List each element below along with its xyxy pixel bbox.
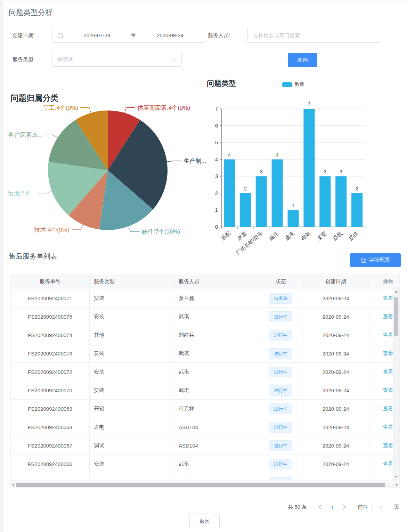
view-link[interactable]: 查看	[383, 332, 393, 338]
bar-2	[256, 176, 267, 227]
order-no-cell: FS2020092400071	[11, 289, 90, 308]
order-no-cell: FS2020092400072	[11, 363, 90, 381]
date-start-value[interactable]: 2020-07-28	[63, 32, 131, 38]
status-cell: 进行中	[258, 344, 303, 363]
status-cell: 待派单	[258, 289, 303, 308]
x-axis-label: 质量	[236, 230, 248, 241]
bar-value-label: 3	[324, 169, 326, 174]
pie-label-4: 物流:7个...	[8, 190, 35, 197]
y-axis-label: 7	[215, 106, 218, 112]
y-axis-label: 0	[215, 224, 218, 230]
y-axis-label: 1	[215, 207, 218, 213]
scroll-down-icon[interactable]	[395, 476, 398, 478]
search-button[interactable]: 查询	[288, 53, 317, 67]
bar-chart: 01234567423417332装配质量厂商名称/型号操作遗失框架变更接线接排	[202, 89, 407, 248]
column-header-4: 创建日期	[303, 274, 368, 289]
created-date-cell: 2020-09-24	[303, 455, 368, 473]
status-badge: 进行中	[269, 403, 292, 414]
pie-label-line-0	[124, 108, 135, 113]
view-link[interactable]: 查看	[383, 295, 393, 301]
scroll-right-icon[interactable]	[396, 483, 398, 486]
service-staff-cell: 武琪	[174, 381, 258, 400]
bar-value-label: 4	[228, 152, 231, 158]
pie-label-line-1	[166, 161, 181, 162]
service-type-cell: 安装	[90, 455, 174, 473]
header-gutter	[393, 274, 399, 288]
goto-page-input[interactable]	[372, 502, 390, 512]
service-staff-input[interactable]	[247, 28, 380, 43]
view-link[interactable]: 查看	[383, 461, 393, 467]
status-cell: 进行中	[258, 418, 303, 436]
created-date-cell: 2020-09-24	[303, 418, 368, 436]
prev-page-button[interactable]	[316, 505, 326, 509]
bar-legend[interactable]: 数量	[282, 81, 304, 88]
status-cell: 进行中	[258, 473, 303, 481]
x-axis-label: 装配	[220, 230, 232, 242]
table-row: FS2020092400068送电ASD104进行中2020-09-24查看	[11, 418, 400, 436]
field-config-button[interactable]: 字段配置	[350, 253, 401, 267]
table-row: FS2020092400072安装武琪进行中2020-09-24查看	[11, 363, 400, 381]
service-staff-cell: 武琪	[174, 473, 258, 481]
y-axis-label: 4	[215, 156, 218, 162]
pie-label-line-4	[38, 191, 52, 193]
order-no-cell: FS2020092400066	[11, 455, 90, 473]
service-type-cell: 调试	[90, 436, 174, 455]
status-cell: 进行中	[258, 308, 303, 326]
status-badge: 进行中	[269, 348, 292, 359]
date-end-value[interactable]: 2020-09-24	[136, 32, 204, 38]
page-number-1[interactable]: 1	[326, 504, 338, 510]
vertical-scroll-thumb[interactable]	[394, 297, 398, 336]
page-title: 问题类型分析	[9, 8, 52, 17]
pie-label-0: 供应商因素:4个(9%)	[137, 105, 190, 111]
view-link[interactable]: 查看	[383, 424, 393, 430]
pie-label-line-2	[129, 226, 140, 231]
order-no-cell: FS2020092400075	[11, 308, 90, 326]
service-type-select[interactable]: 请选择	[52, 52, 182, 67]
status-badge: 进行中	[269, 367, 292, 377]
bar-6	[319, 176, 331, 227]
legend-swatch	[282, 82, 292, 87]
service-type-cell: 安装	[90, 473, 174, 481]
status-cell: 进行中	[258, 436, 303, 455]
scroll-left-icon[interactable]	[12, 483, 14, 486]
table-row: FS2020092400065安装武琪进行中2020-09-24查看	[11, 473, 400, 481]
vertical-scrollbar[interactable]	[393, 288, 399, 480]
pie-label-line-3	[72, 224, 83, 230]
bar-value-label: 3	[340, 169, 342, 174]
pie-label-5: 客户因素:6...	[8, 132, 41, 138]
created-date-cell: 2020-09-24	[303, 326, 368, 344]
back-button[interactable]: 返回	[189, 514, 220, 529]
date-range-picker[interactable]: 2020-07-28 至 2020-09-24	[52, 28, 204, 43]
service-order-table: 服务单号服务类型服务人员状态创建日期操作 FS2020092400071安装黄兰…	[10, 274, 400, 481]
service-type-label: 服务类型:	[13, 52, 35, 67]
service-staff-cell: ASD104	[174, 436, 258, 455]
status-badge: 待派单	[269, 293, 292, 304]
view-link[interactable]: 查看	[383, 313, 393, 319]
column-header-0: 服务单号	[11, 274, 90, 289]
service-staff-cell: 武琪	[174, 308, 258, 326]
horizontal-scroll-thumb[interactable]	[16, 483, 385, 487]
scroll-up-icon[interactable]	[395, 290, 398, 293]
view-link[interactable]: 查看	[383, 369, 393, 375]
view-link[interactable]: 查看	[383, 442, 393, 448]
view-link[interactable]: 查看	[383, 406, 393, 411]
created-date-cell: 2020-09-24	[303, 289, 368, 308]
created-date-cell: 2020-09-24	[303, 436, 368, 455]
view-link[interactable]: 查看	[383, 387, 393, 393]
x-axis-label: 操作	[268, 230, 280, 241]
next-page-button[interactable]	[338, 505, 349, 509]
order-no-cell: FS2020092400073	[11, 344, 90, 363]
y-axis-label: 3	[215, 173, 218, 179]
date-range-separator: 至	[131, 32, 136, 39]
pie-label-3: 技术:4个(9%)	[34, 227, 70, 233]
pagination: 共 50 条 1 前往 页	[288, 501, 399, 513]
table-row: FS2020092400069开箱何元林进行中2020-09-24查看	[11, 400, 400, 418]
status-badge: 进行中	[269, 330, 292, 341]
pie-label-line-6	[80, 108, 91, 113]
x-axis-label: 框架	[300, 230, 311, 241]
view-link[interactable]: 查看	[383, 350, 393, 356]
horizontal-scrollbar[interactable]	[10, 482, 400, 488]
view-link[interactable]: 查看	[383, 479, 393, 481]
service-staff-cell: 刘红兵	[174, 326, 258, 344]
column-header-1: 服务类型	[90, 274, 174, 289]
